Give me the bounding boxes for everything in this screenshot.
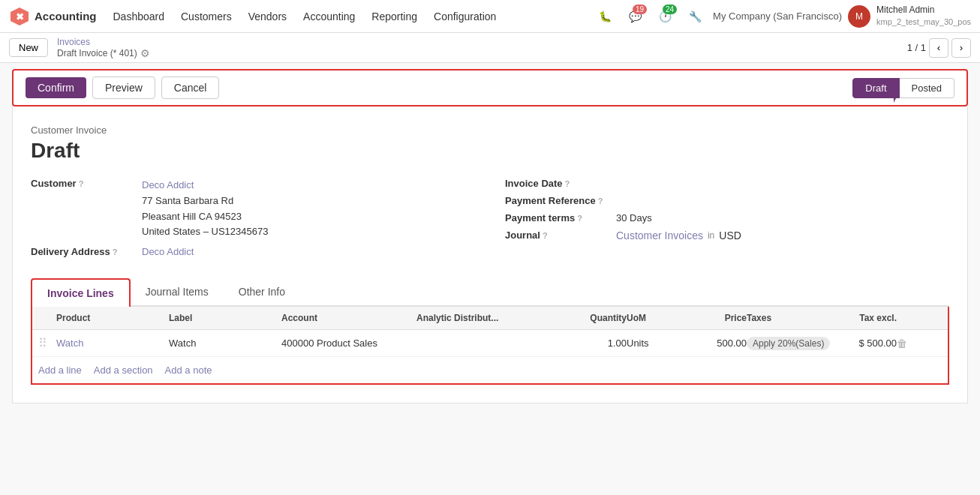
invoice-lines-table: Product Label Account Analytic Distribut…: [31, 307, 949, 385]
add-links: Add a line Add a section Add a note: [32, 357, 948, 383]
delivery-row: Delivery Address ? Deco Addict: [31, 246, 460, 257]
breadcrumb: Invoices Draft Invoice (* 401) ⚙: [57, 37, 150, 59]
nav-vendors[interactable]: Vendors: [241, 8, 294, 26]
col-analytic-header: Analytic Distribut...: [416, 313, 567, 323]
tabs-container: Invoice Lines Journal Items Other Info P…: [31, 278, 949, 385]
avatar[interactable]: M: [848, 5, 870, 28]
status-posted: Posted: [900, 78, 954, 98]
messages-badge: 19: [633, 4, 647, 14]
invoice-date-help-icon: ?: [565, 179, 570, 188]
user-name: Mitchell Admin: [876, 4, 971, 16]
row-price[interactable]: 500.00: [687, 338, 747, 349]
delete-row-icon[interactable]: 🗑: [897, 338, 912, 350]
secondary-navigation: New Invoices Draft Invoice (* 401) ⚙ 1 /…: [0, 33, 980, 63]
journal-help-icon: ?: [543, 231, 548, 240]
row-product[interactable]: Watch: [56, 338, 169, 349]
tab-other-info[interactable]: Other Info: [224, 278, 300, 307]
invoice-title: Draft: [31, 139, 949, 163]
payment-ref-help-icon: ?: [598, 196, 603, 206]
tabs: Invoice Lines Journal Items Other Info: [31, 278, 949, 307]
row-account[interactable]: 400000 Product Sales: [281, 338, 416, 349]
app-name: Accounting: [35, 10, 97, 22]
status-draft: Draft: [852, 78, 899, 98]
top-navigation: ✖ Accounting Dashboard Customers Vendors…: [0, 0, 980, 33]
new-button[interactable]: New: [9, 38, 48, 57]
table-header: Product Label Account Analytic Distribut…: [32, 307, 948, 330]
delivery-value[interactable]: Deco Addict: [142, 246, 194, 257]
clock-btn[interactable]: 🕐 24: [653, 4, 677, 28]
payment-terms-value[interactable]: 30 Days: [616, 212, 652, 224]
wrench-btn[interactable]: 🔧: [683, 4, 707, 28]
topnav-right: 🐛 💬 19 🕐 24 🔧 My Company (San Francisco)…: [593, 4, 971, 28]
row-uom[interactable]: Units: [627, 338, 687, 349]
next-page-button[interactable]: ›: [951, 38, 971, 58]
form-left: Customer ? Deco Addict 77 Santa Barbara …: [31, 178, 490, 263]
customer-addr3: United States – US12345673: [142, 224, 268, 240]
user-sub: kmp_2_test_may_30_pos: [876, 17, 971, 26]
preview-button[interactable]: Preview: [92, 76, 155, 99]
prev-page-button[interactable]: ‹: [929, 38, 948, 58]
col-price-header: Price: [687, 313, 747, 323]
customer-help-icon: ?: [79, 179, 84, 188]
pagination: 1 / 1 ‹ ›: [907, 38, 971, 58]
clock-badge: 24: [663, 4, 677, 14]
main-content: Customer Invoice Draft Customer ? Deco A…: [12, 106, 968, 404]
nav-customers[interactable]: Customers: [173, 8, 239, 26]
tab-journal-items[interactable]: Journal Items: [131, 278, 224, 307]
invoice-date-row: Invoice Date ?: [505, 178, 949, 189]
col-product-header: Product: [56, 313, 169, 323]
user-info: Mitchell Admin kmp_2_test_may_30_pos: [876, 4, 971, 28]
tax-badge[interactable]: Apply 20%(Sales): [747, 337, 830, 350]
drag-handle-icon[interactable]: ⠿: [38, 336, 56, 350]
settings-gear-icon[interactable]: ⚙: [140, 47, 150, 59]
row-tax-excl: $ 500.00: [837, 338, 897, 349]
confirm-button[interactable]: Confirm: [26, 77, 86, 98]
col-account-header: Account: [281, 313, 416, 323]
status-bar: Draft Posted: [852, 78, 954, 98]
journal-in-label: in: [708, 230, 714, 241]
journal-value[interactable]: Customer Invoices: [616, 230, 703, 242]
breadcrumb-parent[interactable]: Invoices: [57, 37, 150, 47]
row-taxes: Apply 20%(Sales): [747, 338, 837, 349]
delivery-label: Delivery Address ?: [31, 246, 136, 257]
col-label-header: Label: [169, 313, 281, 323]
customer-value: Deco Addict 77 Santa Barbara Rd Pleasant…: [142, 178, 268, 240]
messages-btn[interactable]: 💬 19: [623, 4, 647, 28]
bug-icon-btn[interactable]: 🐛: [593, 4, 617, 28]
customer-addr1: 77 Santa Barbara Rd: [142, 194, 268, 209]
action-bar: Confirm Preview Cancel Draft Posted: [12, 69, 968, 106]
nav-accounting[interactable]: Accounting: [296, 8, 362, 26]
bug-icon: 🐛: [599, 10, 612, 22]
add-section-link[interactable]: Add a section: [94, 364, 153, 376]
payment-ref-label: Payment Reference ?: [505, 195, 610, 206]
payment-ref-row: Payment Reference ?: [505, 195, 949, 206]
customer-row: Customer ? Deco Addict 77 Santa Barbara …: [31, 178, 460, 240]
customer-addr2: Pleasant Hill CA 94523: [142, 209, 268, 225]
add-note-link[interactable]: Add a note: [165, 364, 212, 376]
customer-label: Customer ?: [31, 178, 136, 189]
journal-label: Journal ?: [505, 230, 610, 241]
col-uom-header: UoM: [627, 313, 687, 323]
nav-configuration[interactable]: Configuration: [426, 8, 504, 26]
cancel-button[interactable]: Cancel: [161, 76, 220, 99]
col-taxes-header: Taxes: [747, 313, 837, 323]
journal-value-group: Customer Invoices in USD: [616, 230, 741, 242]
svg-text:✖: ✖: [16, 11, 24, 22]
invoice-date-label: Invoice Date ?: [505, 178, 610, 189]
nav-dashboard[interactable]: Dashboard: [106, 8, 173, 26]
payment-terms-label: Payment terms ?: [505, 212, 610, 224]
row-label[interactable]: Watch: [169, 338, 281, 349]
app-logo[interactable]: ✖ Accounting: [9, 6, 97, 27]
nav-reporting[interactable]: Reporting: [364, 8, 425, 26]
row-quantity[interactable]: 1.00: [567, 338, 627, 349]
invoice-type: Customer Invoice: [31, 124, 949, 136]
add-line-link[interactable]: Add a line: [38, 364, 82, 376]
col-quantity-header: Quantity: [567, 313, 627, 323]
tab-invoice-lines[interactable]: Invoice Lines: [31, 278, 131, 307]
company-name: My Company (San Francisco): [713, 10, 842, 22]
form-right: Invoice Date ? Payment Reference ? Payme…: [490, 178, 949, 263]
journal-row: Journal ? Customer Invoices in USD: [505, 230, 949, 242]
customer-name[interactable]: Deco Addict: [142, 178, 268, 194]
nav-menu: Dashboard Customers Vendors Accounting R…: [106, 8, 591, 26]
table-row: ⠿ Watch Watch 400000 Product Sales 1.00 …: [32, 330, 948, 357]
